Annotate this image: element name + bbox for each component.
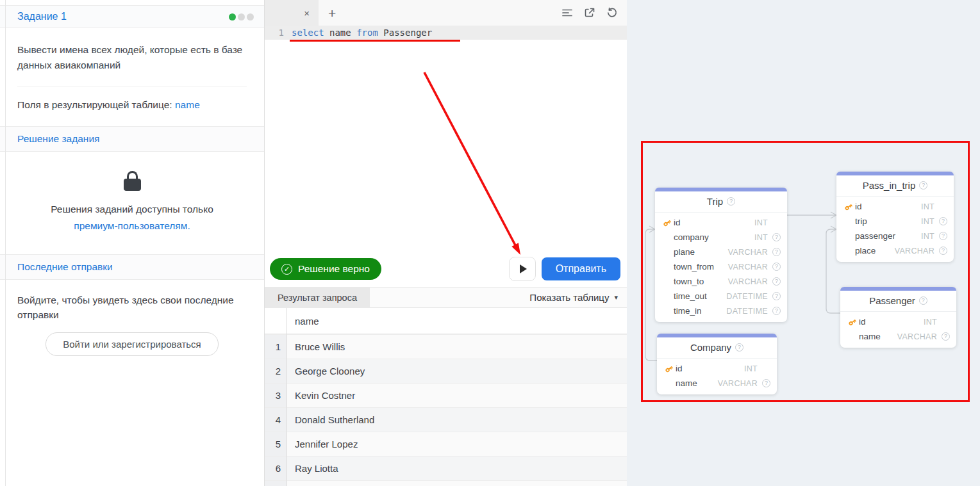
- table-row: 1 Bruce Willis: [265, 334, 627, 359]
- reset-query-icon[interactable]: [606, 7, 618, 19]
- row-number: 1: [265, 335, 287, 359]
- field-row: place VARCHAR ?: [836, 243, 954, 258]
- close-tab-icon[interactable]: ×: [304, 8, 310, 18]
- sql-editor[interactable]: 1 select name from Passenger ✓ Решение в…: [265, 26, 627, 287]
- field-help-icon[interactable]: ?: [772, 263, 781, 271]
- table-row: 2 George Clooney: [265, 359, 627, 383]
- field-row: town_to VARCHAR ?: [655, 274, 787, 289]
- run-query-button[interactable]: [509, 257, 536, 281]
- table-help-icon[interactable]: ?: [919, 296, 927, 305]
- table-help-icon[interactable]: ?: [727, 197, 735, 206]
- annotation-underline: [290, 40, 460, 42]
- solution-correct-badge: ✓ Решение верно: [270, 258, 381, 280]
- field-help-icon[interactable]: ?: [772, 248, 781, 256]
- schema-table-company[interactable]: Company ? id INT name VARCHAR ?: [657, 334, 777, 394]
- row-number: 5: [265, 432, 287, 456]
- editor-actions: ✓ Решение верно Отправить: [270, 257, 620, 281]
- premium-text: Решения заданий доступны только: [51, 204, 213, 215]
- field-help-icon[interactable]: ?: [939, 232, 947, 240]
- row-value: Kevin Costner: [287, 384, 355, 407]
- editor-panel: × + 1 select name: [265, 0, 627, 486]
- play-icon: [520, 264, 527, 273]
- row-value: Donald Sutherland: [287, 408, 374, 432]
- progress-dot-icon: [247, 13, 254, 20]
- code-line-1[interactable]: 1 select name from Passenger: [265, 26, 627, 40]
- table-title-pass-in-trip[interactable]: Pass_in_trip ?: [836, 175, 954, 197]
- submit-button[interactable]: Отправить: [542, 257, 620, 280]
- table-row: 4 Donald Sutherland: [265, 407, 627, 432]
- show-table-dropdown[interactable]: Показать таблицу ▾: [529, 292, 618, 303]
- last-submissions-section-header: Последние отправки: [0, 254, 264, 280]
- row-number: 4: [265, 408, 287, 432]
- schema-table-pass-in-trip[interactable]: Pass_in_trip ? id INT trip INT ? passeng…: [836, 172, 954, 262]
- premium-block: Решения заданий доступны только премиум-…: [0, 152, 264, 254]
- chevron-down-icon: ▾: [614, 293, 618, 302]
- field-help-icon[interactable]: ?: [939, 217, 947, 225]
- field-help-icon[interactable]: ?: [772, 292, 781, 300]
- table-row: 5 Jennifer Lopez: [265, 432, 627, 456]
- solution-correct-label: Решение верно: [298, 263, 370, 275]
- editor-tabbar: × +: [265, 0, 627, 26]
- table-title-trip[interactable]: Trip ?: [655, 191, 787, 213]
- table-help-icon[interactable]: ?: [735, 343, 743, 352]
- field-row: time_in DATETIME ?: [655, 304, 787, 318]
- results-header: Результат запроса Показать таблицу ▾: [265, 287, 627, 308]
- field-row: name VARCHAR ?: [840, 329, 956, 344]
- row-number: 2: [265, 359, 287, 383]
- primary-key-icon: [845, 318, 859, 327]
- field-row: id INT: [840, 314, 956, 329]
- schema-table-passenger[interactable]: Passenger ? id INT name VARCHAR ?: [840, 287, 956, 348]
- field-row: company INT ?: [655, 230, 787, 245]
- field-help-icon[interactable]: ?: [942, 332, 950, 341]
- field-help-icon[interactable]: ?: [772, 307, 781, 315]
- field-help-icon[interactable]: ?: [772, 277, 781, 286]
- task-sidebar: Задание 1 Вывести имена всех людей, кото…: [0, 0, 265, 486]
- result-field-link[interactable]: name: [175, 99, 200, 110]
- schema-panel[interactable]: Trip ? id INT company INT ? plane VARCHA…: [627, 0, 980, 486]
- table-help-icon[interactable]: ?: [919, 181, 927, 190]
- field-help-icon[interactable]: ?: [772, 233, 781, 241]
- schema-table-trip[interactable]: Trip ? id INT company INT ? plane VARCHA…: [655, 188, 787, 322]
- results-table: name 1 Bruce Willis 2 George Clooney 3 K…: [265, 308, 627, 486]
- row-value: George Clooney: [287, 359, 365, 383]
- task-description: Вывести имена всех людей, которые есть в…: [0, 28, 264, 86]
- task-progress-dots: [229, 13, 254, 20]
- task-title: Задание 1: [17, 11, 67, 22]
- task-header: Задание 1: [0, 5, 264, 28]
- field-help-icon[interactable]: ?: [939, 247, 947, 255]
- row-number: 6: [265, 457, 287, 480]
- progress-dot-icon: [238, 13, 245, 20]
- primary-key-icon: [842, 202, 855, 211]
- new-tab-icon[interactable]: +: [328, 6, 336, 20]
- primary-key-icon: [662, 364, 676, 373]
- column-header-name: name: [287, 316, 319, 327]
- field-help-icon[interactable]: ?: [762, 379, 770, 387]
- sql-code[interactable]: select name from Passenger: [284, 28, 432, 38]
- solution-section-header: Решение задания: [0, 126, 264, 152]
- format-code-icon[interactable]: [561, 7, 573, 19]
- field-row: id INT: [655, 215, 787, 230]
- row-value: Ray Liotta: [287, 457, 338, 480]
- results-tab[interactable]: Результат запроса: [265, 287, 370, 308]
- table-title-company[interactable]: Company ?: [657, 337, 777, 359]
- row-value: Jennifer Lopez: [287, 432, 358, 456]
- table-row-partial: [265, 480, 627, 486]
- field-row: plane VARCHAR ?: [655, 245, 787, 259]
- query-tab[interactable]: ×: [265, 0, 319, 26]
- field-row: trip INT ?: [836, 214, 954, 229]
- login-button[interactable]: Войти или зарегистрироваться: [46, 332, 218, 356]
- progress-dot-done-icon: [229, 13, 236, 20]
- premium-link[interactable]: премиум-пользователям.: [74, 220, 190, 231]
- result-fields-label: Поля в результирующей таблице:: [17, 99, 172, 110]
- table-title-passenger[interactable]: Passenger ?: [840, 291, 956, 312]
- primary-key-icon: [660, 218, 674, 227]
- annotation-arrow: [265, 26, 627, 288]
- table-row: 6 Ray Liotta: [265, 456, 627, 480]
- lock-icon: [13, 171, 251, 191]
- row-number: 3: [265, 384, 287, 407]
- login-block: Войдите, чтобы увидеть здесь свои послед…: [0, 280, 264, 369]
- field-row: passenger INT ?: [836, 229, 954, 243]
- open-fullscreen-icon[interactable]: [584, 7, 595, 19]
- field-row: id INT: [836, 199, 954, 214]
- field-row: id INT: [657, 361, 777, 376]
